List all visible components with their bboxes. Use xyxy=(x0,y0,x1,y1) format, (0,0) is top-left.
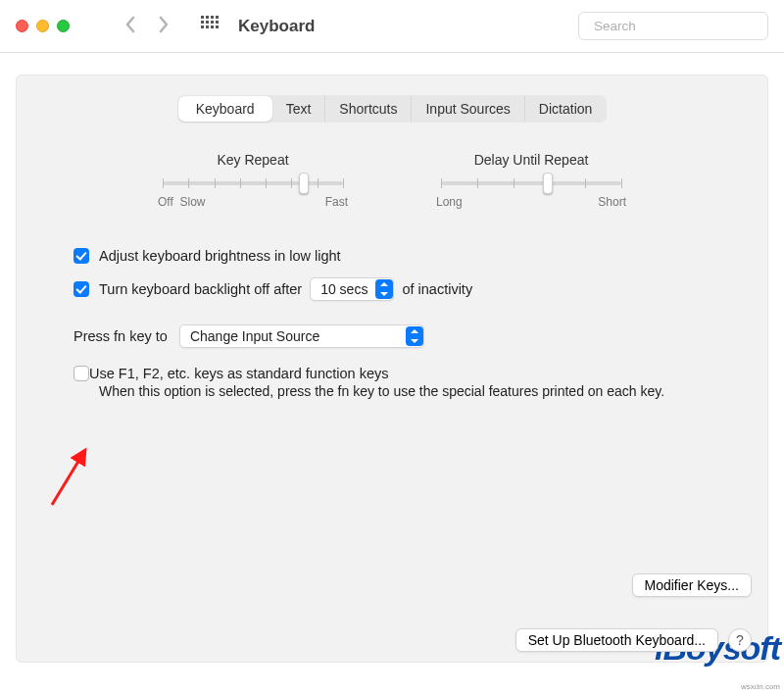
window-title: Keyboard xyxy=(238,17,315,36)
tab-dictation[interactable]: Dictation xyxy=(525,96,606,122)
close-window-button[interactable] xyxy=(16,20,28,32)
svg-rect-3 xyxy=(216,16,219,19)
sliders-group: Key Repeat Off Slow Fast Delay Until Rep… xyxy=(17,152,767,209)
svg-rect-10 xyxy=(211,25,214,28)
svg-rect-11 xyxy=(216,25,219,28)
key-repeat-slider[interactable]: Key Repeat Off Slow Fast xyxy=(158,152,348,209)
svg-line-14 xyxy=(52,450,85,505)
backlight-row: Turn keyboard backlight off after 10 sec… xyxy=(74,277,710,301)
zoom-window-button[interactable] xyxy=(57,20,70,32)
fn-action-select[interactable]: Change Input Source xyxy=(179,324,424,348)
svg-rect-7 xyxy=(216,21,219,24)
backlight-suffix: of inactivity xyxy=(402,281,472,297)
tab-bar: Keyboard Text Shortcuts Input Sources Di… xyxy=(177,95,608,123)
tab-shortcuts[interactable]: Shortcuts xyxy=(325,96,412,122)
traffic-lights xyxy=(16,20,70,32)
delay-label: Delay Until Repeat xyxy=(436,152,626,168)
brightness-label: Adjust keyboard brightness in low light xyxy=(99,248,341,264)
show-all-prefs-button[interactable] xyxy=(201,16,219,37)
search-field[interactable] xyxy=(578,12,768,40)
fn-prefix: Press fn key to xyxy=(74,328,168,344)
backlight-checkbox[interactable] xyxy=(74,281,89,297)
bottom-buttons: Modifier Keys... Set Up Bluetooth Keyboa… xyxy=(515,573,752,652)
tab-text[interactable]: Text xyxy=(272,96,326,122)
svg-rect-2 xyxy=(211,16,214,19)
standard-fn-desc: When this option is selected, press the … xyxy=(99,381,710,401)
backlight-timeout-select[interactable]: 10 secs xyxy=(310,277,394,301)
tab-input-sources[interactable]: Input Sources xyxy=(412,96,524,122)
key-repeat-thumb[interactable] xyxy=(299,173,309,194)
forward-button[interactable] xyxy=(156,16,172,37)
preferences-panel: Keyboard Text Shortcuts Input Sources Di… xyxy=(16,74,768,663)
annotation-arrow-icon xyxy=(48,440,97,509)
updown-caret-icon xyxy=(375,279,393,299)
chevron-right-icon xyxy=(156,16,172,33)
grid-icon xyxy=(201,16,219,33)
svg-rect-9 xyxy=(206,25,209,28)
help-button[interactable]: ? xyxy=(728,628,752,652)
brightness-row: Adjust keyboard brightness in low light xyxy=(74,248,710,264)
setup-bluetooth-keyboard-button[interactable]: Set Up Bluetooth Keyboard... xyxy=(515,628,718,652)
tab-keyboard[interactable]: Keyboard xyxy=(178,96,272,122)
back-button[interactable] xyxy=(122,16,138,37)
options-group: Adjust keyboard brightness in low light … xyxy=(74,248,710,401)
chevron-left-icon xyxy=(122,16,138,33)
window-toolbar: Keyboard xyxy=(0,0,784,53)
standard-fn-label: Use F1, F2, etc. keys as standard functi… xyxy=(89,366,388,381)
delay-scale: Long Short xyxy=(436,195,626,209)
svg-rect-1 xyxy=(206,16,209,19)
brightness-checkbox[interactable] xyxy=(74,248,89,264)
search-input[interactable] xyxy=(594,19,760,33)
svg-rect-5 xyxy=(206,21,209,24)
delay-thumb[interactable] xyxy=(543,173,553,194)
svg-rect-0 xyxy=(201,16,204,19)
standard-fn-checkbox[interactable] xyxy=(74,366,89,381)
svg-rect-4 xyxy=(201,21,204,24)
key-repeat-track[interactable] xyxy=(163,181,343,185)
key-repeat-label: Key Repeat xyxy=(158,152,348,168)
modifier-keys-button[interactable]: Modifier Keys... xyxy=(632,573,752,597)
updown-caret-icon xyxy=(406,326,423,346)
svg-rect-6 xyxy=(211,21,214,24)
minimize-window-button[interactable] xyxy=(36,20,49,32)
fn-action-value: Change Input Source xyxy=(190,328,319,344)
delay-until-repeat-slider[interactable]: Delay Until Repeat Long Short xyxy=(436,152,626,209)
delay-track[interactable] xyxy=(441,181,621,185)
watermark-corner: wsxdn.com xyxy=(741,682,780,691)
svg-rect-8 xyxy=(201,25,204,28)
standard-fn-row: Use F1, F2, etc. keys as standard functi… xyxy=(74,366,710,381)
backlight-prefix: Turn keyboard backlight off after xyxy=(99,281,302,297)
key-repeat-scale: Off Slow Fast xyxy=(158,195,348,209)
backlight-timeout-value: 10 secs xyxy=(320,281,368,297)
fn-key-row: Press fn key to Change Input Source xyxy=(74,324,710,348)
